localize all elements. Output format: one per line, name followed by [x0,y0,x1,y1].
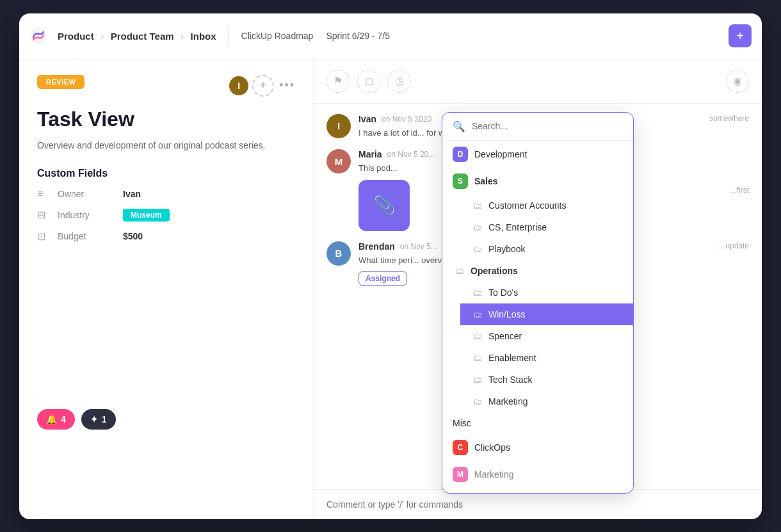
left-panel-header: REVIEW I + ••• [37,75,295,99]
notification-icon: 🔔 [46,414,57,424]
budget-icon: ⊡ [37,230,50,243]
development-label: Development [474,149,527,159]
left-top-right: I + ••• [228,75,295,97]
folder-icon: 🗂 [473,287,482,298]
cs-enterprise-label: CS, Enterprise [488,222,547,232]
folder-icon: 🗂 [473,244,482,254]
assigned-badge[interactable]: Assigned [358,271,407,286]
owner-icon: ≡ [37,188,50,200]
dropdown-item-enablement[interactable]: 🗂 Enablement [460,347,633,369]
attachment-button[interactable]: 📎 [358,180,410,231]
industry-tag[interactable]: Museum [123,209,170,222]
update-text: …update [718,241,749,250]
dropdown-item-tech-stack[interactable]: 🗂 Tech Stack [460,369,633,391]
flag-button[interactable]: ⚑ [326,70,350,93]
field-budget: ⊡ Budget $500 [37,230,295,243]
breadcrumb-sep-2: › [181,29,184,43]
dropdown-item-sales[interactable]: S Sales [442,168,633,195]
avatar-user: I [228,75,250,97]
folder-icon: 🗂 [473,331,482,341]
dropdown-item-customer-accounts[interactable]: 🗂 Customer Accounts [460,195,633,216]
brand-icon[interactable] [29,27,47,45]
nav-clickup-roadmap[interactable]: ClickUp Roadmap [235,28,320,44]
breadcrumb-product[interactable]: Product [52,28,99,44]
dropdown-item-cs-enterprise[interactable]: 🗂 CS, Enterprise [460,216,633,238]
enablement-label: Enablement [488,353,536,363]
dropdown-item-marketing-sub[interactable]: 🗂 Marketing [460,391,633,412]
dropdown-item-development[interactable]: D Development [442,141,633,168]
breadcrumb-product-label: Product [58,31,94,42]
header: Product › Product Team › Inbox ClickUp R… [19,13,762,60]
field-owner: ≡ Owner Ivan [37,188,295,200]
folder-icon: 🗂 [473,375,482,385]
nav-sprint[interactable]: Sprint 6/29 - 7/5 [319,28,396,44]
breadcrumb-product-team[interactable]: Product Team [106,28,179,44]
budget-label: Budget [58,231,115,241]
header-divider-1 [228,27,229,45]
clock-icon: ◷ [395,75,404,87]
comment-input[interactable] [326,499,749,510]
operations-label: Operations [471,266,518,276]
dropdown-item-spencer[interactable]: 🗂 Spencer [460,325,633,347]
comment-time-ivan: on Nov 5 2020 [382,115,431,124]
avatars-inline: I + [228,75,274,97]
folder-icon: 🗂 [473,309,482,319]
clock-button[interactable]: ◷ [388,70,411,93]
figma-icon: ✦ [90,414,98,424]
eye-button[interactable]: ◉ [726,70,749,93]
folder-icon: 🗂 [473,222,482,232]
dropdown-item-operations[interactable]: 🗂 Operations [442,260,633,282]
todos-label: To Do's [488,287,518,298]
development-badge: D [453,147,468,162]
custom-fields-title: Custom Fields [37,168,295,179]
right-panel: ⚑ ◻ ◷ ◉ I [314,60,762,519]
spencer-label: Spencer [488,331,522,341]
marketing-sub-label: Marketing [488,396,527,407]
dropdown-item-playbook[interactable]: 🗂 Playbook [460,238,633,260]
comment-author-maria: Maria [358,149,382,159]
figma-badge[interactable]: ✦ 1 [81,409,116,430]
dropdown-search-input[interactable] [472,121,623,131]
breadcrumb-inbox-label: Inbox [191,31,216,42]
dropdown-item-misc[interactable]: Misc [442,412,633,434]
search-icon: 🔍 [453,120,465,133]
task-description: Overview and development of our original… [37,139,295,152]
review-badge: REVIEW [37,75,85,99]
budget-value: $500 [123,231,143,241]
task-title: Task View [37,107,295,131]
dropdown-item-clickops[interactable]: C ClickOps [442,434,633,461]
comment-author-ivan: Ivan [358,114,376,124]
dropdown-item-todos[interactable]: 🗂 To Do's [460,282,633,303]
left-panel: REVIEW I + ••• Task View Overview and de… [19,60,314,519]
workspace-dropdown: 🔍 D Development S Sales 🗂 Customer Accou… [442,112,634,494]
clickops-label: ClickOps [474,442,510,453]
comment-input-area [314,489,762,519]
app-window: Product › Product Team › Inbox ClickUp R… [19,13,762,519]
add-button[interactable]: + [729,24,752,47]
owner-label: Owner [58,189,115,199]
more-options-button[interactable]: ••• [279,79,295,92]
clickops-badge: C [453,440,468,455]
industry-label: Industry [58,210,115,220]
folder-icon: 🗂 [473,200,482,211]
avatar-maria: M [326,149,351,173]
folder-icon: 🗂 [473,353,482,363]
right-toolbar: ⚑ ◻ ◷ ◉ [314,60,762,104]
calendar-button[interactable]: ◻ [357,70,380,93]
flag-icon: ⚑ [334,75,342,87]
customer-accounts-label: Customer Accounts [488,200,566,211]
dropdown-item-marketing[interactable]: M Marketing [442,461,633,488]
comment-time-brendan: on Nov 5... [400,242,437,251]
win-loss-label: Win/Loss [488,309,526,319]
marketing-label: Marketing [474,469,513,480]
first-text: …first [729,186,749,195]
svg-point-0 [30,28,47,44]
dropdown-item-win-loss[interactable]: 🗂 Win/Loss [460,303,633,325]
figma-count: 1 [102,414,107,424]
notification-badge[interactable]: 🔔 4 [37,409,75,430]
sales-badge: S [453,173,468,189]
breadcrumb-inbox[interactable]: Inbox [186,28,221,44]
add-member-button[interactable]: + [252,75,274,97]
owner-value: Ivan [123,189,141,199]
somewhere-text: somewhere [709,114,749,140]
